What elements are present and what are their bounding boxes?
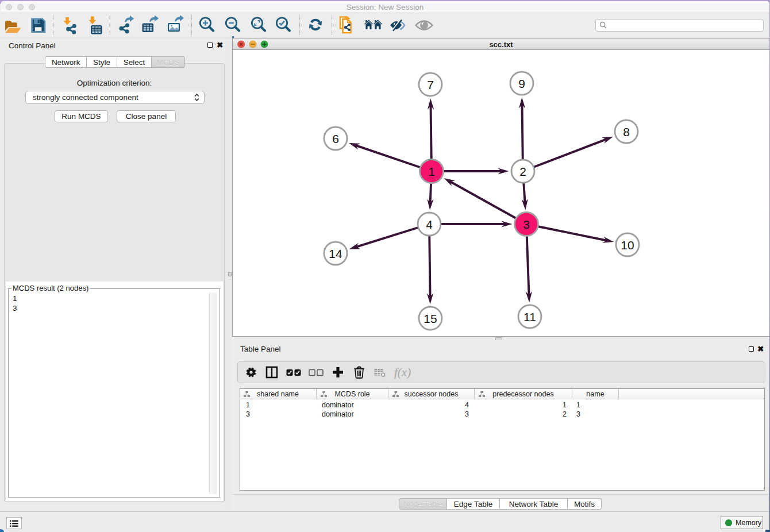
svg-text:4: 4 — [426, 218, 433, 231]
svg-text:10: 10 — [621, 238, 634, 252]
svg-text:15: 15 — [424, 312, 437, 325]
svg-text:14: 14 — [329, 247, 342, 260]
svg-text:11: 11 — [523, 310, 536, 323]
svg-text:1: 1 — [428, 165, 435, 178]
svg-text:8: 8 — [623, 125, 630, 138]
svg-text:3: 3 — [523, 218, 530, 231]
svg-text:7: 7 — [427, 78, 434, 91]
svg-text:2: 2 — [519, 165, 526, 178]
svg-text:9: 9 — [518, 77, 525, 90]
svg-text:6: 6 — [332, 132, 339, 145]
